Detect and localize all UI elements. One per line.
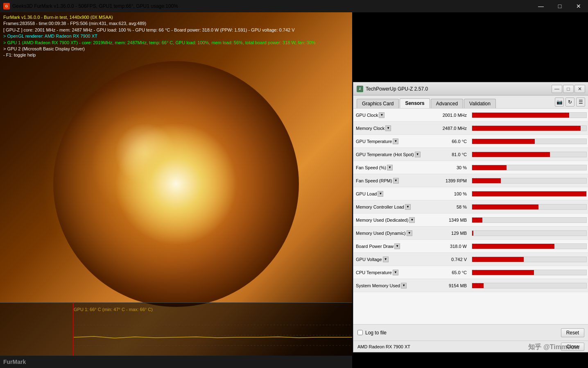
sensor-dropdown-button[interactable]: ▼ xyxy=(385,125,391,131)
sensor-label-text: Fan Speed (RPM) xyxy=(356,178,392,183)
sensor-dropdown-button[interactable]: ▼ xyxy=(379,112,384,118)
furmark-info-line: Frames:283558 - time:00:09:38 - FPS:506 … xyxy=(3,20,316,27)
sensor-value: 129 MB xyxy=(433,231,470,236)
sensor-bar-background xyxy=(472,270,587,275)
camera-icon[interactable]: 📷 xyxy=(555,98,564,107)
gpuz-minimize-button[interactable]: — xyxy=(552,85,562,93)
gpuz-icon: Z xyxy=(357,86,363,92)
sensor-label-text: Memory Used (Dedicated) xyxy=(356,218,408,223)
gpuz-titlebar: Z TechPowerUp GPU-Z 2.57.0 — □ ✕ xyxy=(353,82,588,95)
sensor-bar-cell xyxy=(470,243,588,249)
sensor-label-cell: Memory Clock▼ xyxy=(353,125,433,131)
sensor-row: GPU Load▼100 % xyxy=(353,187,588,200)
furmark-minimize-button[interactable]: — xyxy=(531,0,550,12)
menu-icon[interactable]: ☰ xyxy=(576,98,585,107)
sensor-bar-background xyxy=(472,204,587,210)
tab-graphics-card[interactable]: Graphics Card xyxy=(357,99,399,108)
sensor-label-text: Fan Speed (%) xyxy=(356,165,386,170)
furmark-info-line: - F1: toggle help xyxy=(3,52,316,58)
sensor-value: 0.742 V xyxy=(433,257,470,262)
sensor-label-cell: System Memory Used▼ xyxy=(353,283,433,288)
gpuz-title: TechPowerUp GPU-Z 2.57.0 xyxy=(366,86,552,92)
log-to-file-checkbox[interactable] xyxy=(357,330,363,335)
sensor-bar-cell xyxy=(470,270,588,275)
sensor-dropdown-button[interactable]: ▼ xyxy=(415,152,421,157)
gpuz-close-button[interactable]: ✕ xyxy=(574,85,585,93)
sensor-value: 1349 MB xyxy=(433,218,470,223)
sensor-value: 30 % xyxy=(433,165,470,170)
sensor-label-text: GPU Voltage xyxy=(356,257,382,262)
gpuz-footer: Log to file Reset xyxy=(353,324,588,341)
sensor-dropdown-button[interactable]: ▼ xyxy=(393,139,398,144)
tab-advanced[interactable]: Advanced xyxy=(431,99,463,108)
tab-validation[interactable]: Validation xyxy=(464,99,496,108)
sensor-dropdown-button[interactable]: ▼ xyxy=(393,178,399,184)
sensor-bar-fill xyxy=(472,178,501,183)
watermark: 知乎 @Timmeow xyxy=(528,343,580,352)
furmark-icon: G xyxy=(3,3,10,9)
furmark-maximize-button[interactable]: □ xyxy=(550,0,569,12)
sensor-label-text: Memory Controller Load xyxy=(356,204,404,209)
sensor-dropdown-button[interactable]: ▼ xyxy=(378,191,383,197)
sensor-dropdown-button[interactable]: ▼ xyxy=(409,217,415,223)
log-to-file-label: Log to file xyxy=(365,330,387,336)
furmark-titlebar: G Geeks3D FurMark v1.36.0.0 - 506FPS, GP… xyxy=(0,0,588,12)
sensor-bar-cell xyxy=(470,165,588,170)
sensor-row: CPU Temperature▼65.0 °C xyxy=(353,266,588,279)
sensor-bar-fill xyxy=(472,283,484,288)
sensor-dropdown-button[interactable]: ▼ xyxy=(393,270,398,275)
sensor-bar-fill xyxy=(472,244,554,249)
tab-sensors[interactable]: Sensors xyxy=(400,98,430,108)
furmark-info-line: > OpenGL renderer: AMD Radeon RX 7900 XT xyxy=(3,33,316,39)
sensor-label-text: CPU Temperature xyxy=(356,270,392,275)
sensor-bar-fill xyxy=(472,165,507,170)
sensor-dropdown-button[interactable]: ▼ xyxy=(394,243,400,249)
temp-graph-label: GPU 1: 66° C (min: 47° C - max: 66° C) xyxy=(74,307,153,312)
sensor-label-cell: Memory Controller Load▼ xyxy=(353,204,433,210)
sensor-dropdown-button[interactable]: ▼ xyxy=(405,204,411,210)
sensor-bar-cell xyxy=(470,112,588,118)
sensor-bar-cell xyxy=(470,257,588,262)
sensor-value: 66.0 °C xyxy=(433,139,470,144)
sensor-bar-background xyxy=(472,217,587,223)
sensor-bar-fill xyxy=(472,257,524,262)
gpuz-nav-icons: 📷 ↻ ☰ xyxy=(555,98,585,108)
refresh-icon[interactable]: ↻ xyxy=(565,98,574,107)
sensor-bar-cell xyxy=(470,178,588,184)
furmark-info-line: > GPU 1 (AMD Radeon RX 7900 XT) - core: … xyxy=(3,40,316,46)
sensor-label-cell: GPU Temperature▼ xyxy=(353,139,433,144)
sensor-bar-fill xyxy=(472,231,473,236)
sensor-row: GPU Temperature (Hot Spot)▼81.0 °C xyxy=(353,148,588,161)
furmark-close-button[interactable]: ✕ xyxy=(569,0,588,12)
sensor-label-cell: GPU Clock▼ xyxy=(353,112,433,118)
sensor-label-cell: Memory Used (Dedicated)▼ xyxy=(353,217,433,223)
sensor-dropdown-button[interactable]: ▼ xyxy=(407,230,412,236)
sensor-label-cell: CPU Temperature▼ xyxy=(353,270,433,275)
sensor-value: 100 % xyxy=(433,191,470,196)
reset-button[interactable]: Reset xyxy=(561,328,584,337)
sensor-row: Memory Clock▼2487.0 MHz xyxy=(353,122,588,135)
sensor-label-cell: GPU Voltage▼ xyxy=(353,257,433,262)
gpuz-panel: Z TechPowerUp GPU-Z 2.57.0 — □ ✕ Graphic… xyxy=(353,82,588,352)
sensor-label-cell: GPU Load▼ xyxy=(353,191,433,197)
gpuz-window-controls: — □ ✕ xyxy=(552,85,585,93)
sensors-list: GPU Clock▼2001.0 MHzMemory Clock▼2487.0 … xyxy=(353,109,588,324)
sensor-row: Memory Used (Dedicated)▼1349 MB xyxy=(353,214,588,227)
sensor-row: Board Power Draw▼318.0 W xyxy=(353,240,588,253)
furmark-logo: FurMark xyxy=(3,359,26,365)
sensor-dropdown-button[interactable]: ▼ xyxy=(387,165,393,170)
sensor-bar-cell xyxy=(470,139,588,144)
sensor-dropdown-button[interactable]: ▼ xyxy=(383,257,389,262)
sensor-dropdown-button[interactable]: ▼ xyxy=(401,283,407,288)
sensor-value: 58 % xyxy=(433,204,470,209)
sensor-bar-fill xyxy=(472,113,569,118)
gpuz-restore-button[interactable]: □ xyxy=(563,85,574,93)
furmark-info-panel: FurMark v1.36.0.0 - Burn-in test, 1440x9… xyxy=(3,14,316,59)
furmark-bottom-bar: FurMark xyxy=(0,356,352,368)
sensor-bar-background xyxy=(472,257,587,262)
sensor-bar-cell xyxy=(470,125,588,131)
sensor-row: Memory Controller Load▼58 % xyxy=(353,200,588,214)
sensor-row: Memory Used (Dynamic)▼129 MB xyxy=(353,227,588,240)
sensor-row: GPU Voltage▼0.742 V xyxy=(353,253,588,266)
sensor-bar-cell xyxy=(470,283,588,288)
